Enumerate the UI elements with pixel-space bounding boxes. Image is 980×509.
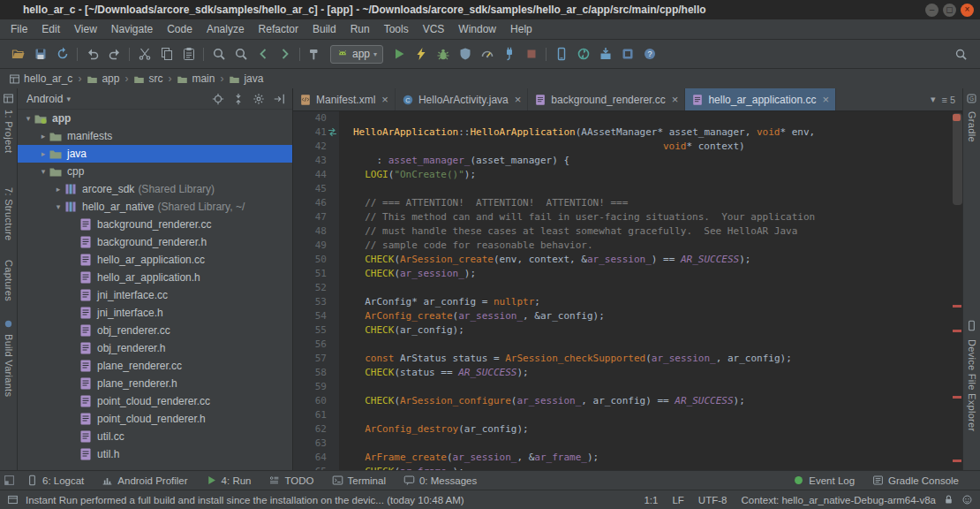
gradle-stripe-icon[interactable]: G bbox=[963, 93, 980, 104]
menu-item[interactable]: Tools bbox=[377, 23, 416, 35]
line-number[interactable]: 47 bbox=[293, 210, 339, 224]
tree-item[interactable]: obj_renderer.h bbox=[18, 339, 292, 357]
search-everywhere-icon[interactable] bbox=[954, 48, 968, 61]
build-variants-icon[interactable] bbox=[0, 318, 17, 330]
run-button[interactable] bbox=[388, 43, 410, 65]
undo-button[interactable] bbox=[81, 43, 103, 65]
redo-button[interactable] bbox=[103, 43, 125, 65]
tree-item[interactable]: background_renderer.cc bbox=[18, 216, 292, 233]
project-stripe-icon[interactable] bbox=[0, 93, 17, 104]
menu-item[interactable]: Window bbox=[451, 23, 503, 35]
line-number[interactable]: 50 bbox=[293, 253, 339, 267]
forward-button[interactable] bbox=[274, 43, 296, 65]
toolwindow-gradleconsole-button[interactable]: Gradle Console bbox=[863, 471, 968, 490]
hide-panel-icon[interactable] bbox=[273, 93, 285, 105]
line-number[interactable]: 44 bbox=[293, 168, 339, 182]
coverage-button[interactable] bbox=[454, 43, 476, 65]
find-button[interactable] bbox=[207, 43, 230, 65]
toolwindow-toggle-icon[interactable] bbox=[7, 494, 19, 505]
tree-item[interactable]: util.cc bbox=[18, 428, 292, 445]
tree-item[interactable]: ▾ app bbox=[18, 110, 292, 127]
error-stripe-mark[interactable] bbox=[953, 305, 961, 308]
device-explorer-icon[interactable] bbox=[963, 320, 980, 331]
expand-arrow-icon[interactable]: ▸ bbox=[38, 149, 49, 158]
breadcrumb-item[interactable]: main bbox=[175, 72, 216, 85]
tree-item[interactable]: jni_interface.h bbox=[18, 304, 292, 322]
toolwindow-eventlog-button[interactable]: Event Log bbox=[784, 471, 863, 490]
line-number[interactable]: 42 bbox=[293, 140, 339, 154]
menu-item[interactable]: Run bbox=[343, 23, 377, 35]
editor-tab[interactable]: hello_ar_application.cc × bbox=[685, 88, 836, 110]
make-project-button[interactable] bbox=[304, 43, 326, 65]
stripe-build-variants-button[interactable]: Build Variants bbox=[0, 334, 17, 397]
layout-inspector-button[interactable] bbox=[616, 43, 638, 65]
line-number[interactable]: 46 bbox=[293, 196, 339, 210]
line-number[interactable]: 40 bbox=[293, 111, 339, 125]
tree-item[interactable]: hello_ar_application.cc bbox=[18, 251, 292, 269]
save-all-button[interactable] bbox=[29, 43, 51, 65]
line-number[interactable]: 43 bbox=[293, 154, 339, 168]
menu-item[interactable]: Edit bbox=[34, 23, 67, 35]
run-config-select[interactable]: app▾ bbox=[330, 45, 383, 64]
status-message[interactable]: Instant Run performed a full build and i… bbox=[26, 495, 464, 505]
tree-item[interactable]: plane_renderer.h bbox=[18, 375, 292, 392]
expand-arrow-icon[interactable]: ▾ bbox=[23, 114, 34, 123]
tree-item[interactable]: ▸ java bbox=[18, 145, 292, 163]
stripe-captures-button[interactable]: Captures bbox=[0, 260, 17, 301]
line-number[interactable]: 49 bbox=[293, 239, 339, 253]
line-number[interactable]: 51 bbox=[293, 267, 339, 281]
line-number[interactable]: 52 bbox=[293, 281, 339, 295]
expand-arrow-icon[interactable]: ▸ bbox=[38, 132, 49, 141]
toolwindow-todo-button[interactable]: TODO bbox=[260, 471, 322, 490]
cut-button[interactable] bbox=[133, 43, 155, 65]
settings-gear-icon[interactable] bbox=[253, 93, 265, 105]
inspections-icon[interactable] bbox=[961, 494, 973, 505]
line-number[interactable]: 55 bbox=[293, 323, 339, 338]
error-stripe-mark[interactable] bbox=[953, 330, 961, 332]
toolwindow-logcat-button[interactable]: 6: Logcat bbox=[18, 471, 93, 490]
line-number[interactable]: 45 bbox=[293, 182, 339, 196]
attach-debugger-button[interactable] bbox=[498, 43, 520, 65]
menu-item[interactable]: Code bbox=[160, 23, 200, 35]
error-stripe-mark[interactable] bbox=[953, 396, 961, 399]
tree-item[interactable]: util.h bbox=[18, 445, 292, 463]
tree-item[interactable]: ▸ manifests bbox=[18, 127, 292, 145]
maximize-button[interactable]: ◻ bbox=[943, 4, 956, 17]
editor-tab[interactable]: Manifest.xml × bbox=[293, 88, 396, 110]
tree-item[interactable]: obj_renderer.cc bbox=[18, 322, 292, 339]
close-tab-icon[interactable]: × bbox=[672, 93, 679, 106]
toolwindow-run-button[interactable]: 4: Run bbox=[197, 471, 260, 490]
tree-item[interactable]: point_cloud_renderer.cc bbox=[18, 392, 292, 410]
close-button[interactable]: × bbox=[961, 4, 974, 17]
help-button[interactable]: ? bbox=[638, 43, 660, 65]
toolwindow-profiler-button[interactable]: Android Profiler bbox=[93, 471, 196, 490]
tree-item[interactable]: ▾ hello_ar_native (Shared Library, ~/ bbox=[18, 198, 292, 216]
stripe-structure-button[interactable]: 7: Structure bbox=[0, 187, 17, 240]
line-number[interactable]: 60 bbox=[293, 394, 339, 408]
debug-button[interactable] bbox=[432, 43, 454, 65]
expand-arrow-icon[interactable]: ▸ bbox=[53, 185, 64, 194]
minimize-button[interactable]: – bbox=[925, 4, 939, 17]
editor-tab[interactable]: background_renderer.cc × bbox=[528, 88, 685, 110]
toolwindow-messages-button[interactable]: 0: Messages bbox=[395, 471, 486, 490]
line-number[interactable]: 62 bbox=[293, 422, 339, 437]
sync-button[interactable] bbox=[51, 43, 73, 65]
view-selector[interactable]: Android ▾ bbox=[26, 93, 71, 105]
line-separator[interactable]: LF bbox=[672, 495, 683, 505]
tree-item[interactable]: hello_ar_application.h bbox=[18, 269, 292, 286]
sync-gradle-button[interactable] bbox=[572, 43, 594, 65]
expand-arrow-icon[interactable]: ▾ bbox=[38, 167, 49, 176]
sdk-manager-button[interactable] bbox=[594, 43, 616, 65]
close-tab-icon[interactable]: × bbox=[515, 93, 522, 106]
lock-icon[interactable] bbox=[943, 494, 954, 505]
editor-tab[interactable]: C HelloArActivity.java × bbox=[396, 88, 528, 110]
tree-item[interactable]: plane_renderer.cc bbox=[18, 357, 292, 375]
open-button[interactable] bbox=[7, 43, 29, 65]
tree-item[interactable]: background_renderer.h bbox=[18, 233, 292, 251]
error-stripe-mark[interactable] bbox=[953, 460, 961, 462]
toolwindow-anchor-icon[interactable] bbox=[0, 475, 18, 486]
menu-item[interactable]: Analyze bbox=[200, 23, 252, 35]
line-number[interactable]: 48 bbox=[293, 224, 339, 239]
stripe-project-button[interactable]: 1: Project bbox=[0, 110, 17, 153]
tree-item[interactable]: point_cloud_renderer.h bbox=[18, 410, 292, 428]
